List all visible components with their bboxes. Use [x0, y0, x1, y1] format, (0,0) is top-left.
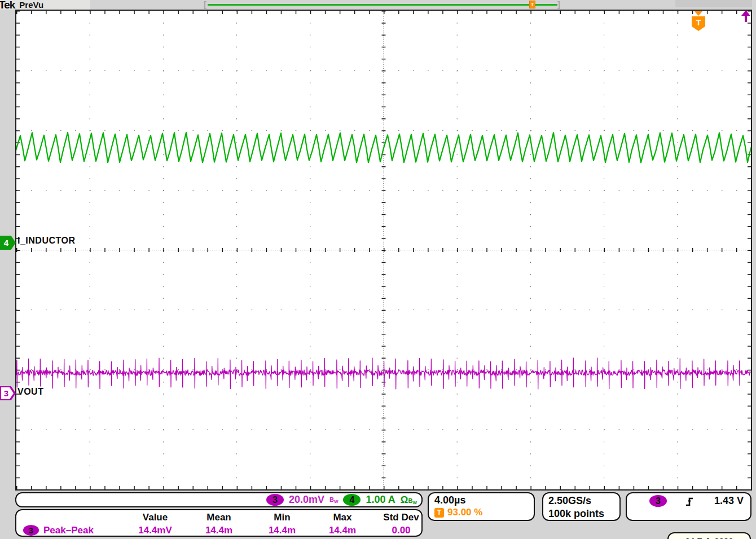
arrow-stem	[745, 16, 747, 22]
measurement-mean: 14.4m	[187, 524, 251, 537]
trigger-position-badge-icon: T	[434, 508, 444, 518]
trigger-readout-box[interactable]: 3 1.43 V	[626, 492, 751, 521]
rising-edge-icon	[684, 496, 697, 507]
channel-4-impedance-icon: ΩBW	[401, 494, 417, 506]
channel-4-scale[interactable]: 1.00 A	[366, 494, 395, 506]
horizontal-readout-box[interactable]: 4.00µs T 93.00 %	[428, 492, 535, 521]
acquisition-readout-box[interactable]: 2.50GS/s 100k points	[542, 492, 621, 521]
col-header-stddev: Std Dev	[372, 511, 430, 524]
tek-logo: Tek	[0, 1, 15, 9]
trigger-source-badge: 3	[649, 495, 667, 507]
col-header-min: Min	[251, 511, 313, 524]
acquisition-mode-label: PreVu	[19, 0, 43, 10]
channel-3-bandwidth-icon: BW	[329, 496, 339, 504]
channel-4-badge[interactable]: 4	[343, 494, 361, 506]
channel-4-marker-number: 4	[0, 236, 12, 250]
record-view-left-bracket: [	[204, 0, 206, 9]
measurement-table: Value Mean Min Max Std Dev 3 Peak–Peak 1…	[15, 509, 423, 537]
top-right-panel	[675, 0, 752, 7]
trigger-position-percent: 93.00 %	[447, 507, 482, 518]
trigger-position-flag-icon[interactable]: T	[692, 11, 705, 31]
channel-3-badge[interactable]: 3	[266, 494, 284, 506]
measurement-value: 14.4mV	[124, 524, 187, 537]
record-length: 100k points	[548, 507, 614, 520]
waveform-display	[16, 11, 751, 489]
trigger-level-value: 1.43 V	[714, 495, 744, 507]
measurement-row: 3 Peak–Peak 14.4mV 14.4m 14.4m 14.4m 0.0…	[19, 524, 419, 537]
col-header-mean: Mean	[187, 511, 251, 524]
measurement-stddev: 0.00	[372, 524, 430, 537]
measurement-name: Peak–Peak	[43, 524, 124, 537]
datetime-box: 24 Feb 2020	[667, 532, 751, 539]
trigger-flag-letter: T	[692, 16, 705, 31]
top-bar: Tek PreVu [ ] T	[0, 0, 756, 10]
trigger-flag-tip-icon	[695, 11, 702, 16]
measurement-max: 14.4m	[313, 524, 372, 537]
brand-box: Tek PreVu	[0, 0, 90, 10]
sample-rate: 2.50GS/s	[548, 494, 614, 507]
oscilloscope-screen: Tek PreVu [ ] T T 4 I_INDUCTOR 3 VOUT 3 …	[0, 0, 756, 539]
col-header-value: Value	[124, 511, 187, 524]
channel-3-marker-number: 3	[0, 386, 12, 400]
channel-4-position-marker[interactable]: 4	[0, 236, 16, 250]
channel-3-scale[interactable]: 20.0mV	[289, 494, 324, 506]
trigger-level-offscreen-arrow-icon[interactable]	[741, 10, 751, 23]
col-header-max: Max	[313, 511, 372, 524]
record-view-waveform-bar	[208, 4, 557, 6]
record-view-trigger-position-icon[interactable]: T	[529, 1, 535, 8]
channel-3-waveform-label: VOUT	[17, 387, 43, 397]
date-text: 24 Feb 2020	[685, 536, 733, 539]
measurement-channel-badge: 3	[23, 525, 39, 536]
channel-readout-bar: 3 20.0mV BW 4 1.00 A ΩBW	[15, 492, 423, 507]
channel-3-position-marker[interactable]: 3	[0, 386, 16, 400]
graticule	[15, 10, 752, 491]
record-view-right-bracket: ]	[557, 0, 560, 9]
timebase-value: 4.00µs	[434, 494, 528, 506]
measurement-min: 14.4m	[251, 524, 313, 537]
measurement-header-row: Value Mean Min Max Std Dev	[19, 511, 419, 524]
channel-4-waveform-label: I_INDUCTOR	[17, 236, 76, 246]
arrow-head	[741, 10, 750, 16]
